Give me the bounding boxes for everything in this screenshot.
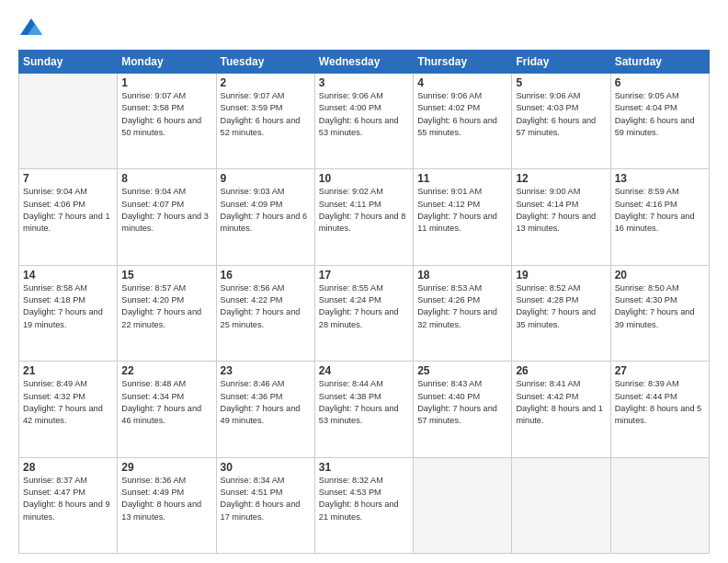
day-info: Sunrise: 9:06 AMSunset: 4:02 PMDaylight:… — [417, 90, 507, 139]
calendar-cell: 3Sunrise: 9:06 AMSunset: 4:00 PMDaylight… — [314, 74, 413, 169]
calendar-cell: 15Sunrise: 8:57 AMSunset: 4:20 PMDayligh… — [118, 265, 216, 361]
day-info: Sunrise: 8:44 AMSunset: 4:38 PMDaylight:… — [319, 378, 409, 427]
calendar-cell: 24Sunrise: 8:44 AMSunset: 4:38 PMDayligh… — [314, 362, 413, 457]
calendar-cell: 29Sunrise: 8:36 AMSunset: 4:49 PMDayligh… — [118, 457, 216, 553]
logo-icon — [18, 15, 44, 40]
day-number: 16 — [221, 269, 311, 282]
calendar-cell: 22Sunrise: 8:48 AMSunset: 4:34 PMDayligh… — [118, 362, 216, 457]
day-number: 15 — [121, 269, 211, 282]
weekday-header-saturday: Saturday — [610, 51, 709, 74]
calendar-cell: 26Sunrise: 8:41 AMSunset: 4:42 PMDayligh… — [512, 362, 610, 457]
calendar-cell: 2Sunrise: 9:07 AMSunset: 3:59 PMDaylight… — [216, 74, 314, 169]
day-info: Sunrise: 9:05 AMSunset: 4:04 PMDaylight:… — [615, 90, 705, 139]
day-info: Sunrise: 8:37 AMSunset: 4:47 PMDaylight:… — [23, 475, 113, 523]
page: SundayMondayTuesdayWednesdayThursdayFrid… — [0, 0, 728, 563]
calendar-cell: 12Sunrise: 9:00 AMSunset: 4:14 PMDayligh… — [512, 169, 610, 265]
day-number: 23 — [221, 364, 311, 377]
calendar-week-2: 14Sunrise: 8:58 AMSunset: 4:18 PMDayligh… — [19, 265, 710, 361]
day-number: 13 — [615, 172, 705, 185]
calendar-table: SundayMondayTuesdayWednesdayThursdayFrid… — [18, 50, 710, 554]
calendar-cell: 4Sunrise: 9:06 AMSunset: 4:02 PMDaylight… — [414, 74, 512, 169]
calendar-cell: 21Sunrise: 8:49 AMSunset: 4:32 PMDayligh… — [19, 362, 118, 457]
weekday-header-monday: Monday — [118, 51, 216, 74]
calendar-cell: 25Sunrise: 8:43 AMSunset: 4:40 PMDayligh… — [414, 362, 512, 457]
day-info: Sunrise: 9:04 AMSunset: 4:07 PMDaylight:… — [121, 186, 211, 235]
day-info: Sunrise: 9:06 AMSunset: 4:03 PMDaylight:… — [516, 90, 606, 139]
day-number: 31 — [319, 461, 409, 474]
weekday-header-friday: Friday — [512, 51, 610, 74]
day-number: 7 — [23, 172, 113, 185]
day-number: 22 — [121, 364, 211, 377]
calendar-cell: 11Sunrise: 9:01 AMSunset: 4:12 PMDayligh… — [414, 169, 512, 265]
day-info: Sunrise: 9:02 AMSunset: 4:11 PMDaylight:… — [319, 186, 409, 235]
day-info: Sunrise: 8:34 AMSunset: 4:51 PMDaylight:… — [221, 475, 311, 523]
calendar-cell: 23Sunrise: 8:46 AMSunset: 4:36 PMDayligh… — [216, 362, 314, 457]
day-number: 25 — [417, 364, 507, 377]
calendar-cell: 19Sunrise: 8:52 AMSunset: 4:28 PMDayligh… — [512, 265, 610, 361]
day-number: 1 — [121, 76, 211, 89]
calendar-week-0: 1Sunrise: 9:07 AMSunset: 3:58 PMDaylight… — [19, 74, 710, 169]
day-number: 19 — [516, 269, 606, 282]
day-info: Sunrise: 9:07 AMSunset: 3:58 PMDaylight:… — [121, 90, 211, 139]
day-info: Sunrise: 8:48 AMSunset: 4:34 PMDaylight:… — [121, 378, 211, 427]
day-info: Sunrise: 8:32 AMSunset: 4:53 PMDaylight:… — [319, 475, 409, 523]
calendar-cell: 30Sunrise: 8:34 AMSunset: 4:51 PMDayligh… — [216, 457, 314, 553]
day-number: 11 — [417, 172, 507, 185]
day-number: 17 — [319, 269, 409, 282]
day-number: 14 — [23, 269, 113, 282]
calendar-cell: 6Sunrise: 9:05 AMSunset: 4:04 PMDaylight… — [610, 74, 709, 169]
calendar-cell — [512, 457, 610, 553]
day-info: Sunrise: 8:43 AMSunset: 4:40 PMDaylight:… — [417, 378, 507, 427]
weekday-header-row: SundayMondayTuesdayWednesdayThursdayFrid… — [19, 51, 710, 74]
calendar-cell: 7Sunrise: 9:04 AMSunset: 4:06 PMDaylight… — [19, 169, 118, 265]
day-info: Sunrise: 8:49 AMSunset: 4:32 PMDaylight:… — [23, 378, 113, 427]
day-info: Sunrise: 9:06 AMSunset: 4:00 PMDaylight:… — [319, 90, 409, 139]
calendar-cell: 9Sunrise: 9:03 AMSunset: 4:09 PMDaylight… — [216, 169, 314, 265]
day-info: Sunrise: 8:55 AMSunset: 4:24 PMDaylight:… — [319, 282, 409, 331]
calendar-week-1: 7Sunrise: 9:04 AMSunset: 4:06 PMDaylight… — [19, 169, 710, 265]
day-info: Sunrise: 8:46 AMSunset: 4:36 PMDaylight:… — [221, 378, 311, 427]
day-number: 20 — [615, 269, 705, 282]
day-number: 5 — [516, 76, 606, 89]
calendar-cell: 1Sunrise: 9:07 AMSunset: 3:58 PMDaylight… — [118, 74, 216, 169]
day-info: Sunrise: 8:56 AMSunset: 4:22 PMDaylight:… — [221, 282, 311, 331]
day-number: 24 — [319, 364, 409, 377]
weekday-header-sunday: Sunday — [19, 51, 118, 74]
day-number: 28 — [23, 461, 113, 474]
calendar-cell — [19, 74, 118, 169]
day-number: 3 — [319, 76, 409, 89]
day-number: 30 — [221, 461, 311, 474]
day-info: Sunrise: 9:04 AMSunset: 4:06 PMDaylight:… — [23, 186, 113, 235]
calendar-cell: 18Sunrise: 8:53 AMSunset: 4:26 PMDayligh… — [414, 265, 512, 361]
calendar-cell: 31Sunrise: 8:32 AMSunset: 4:53 PMDayligh… — [314, 457, 413, 553]
day-number: 4 — [417, 76, 507, 89]
day-number: 29 — [121, 461, 211, 474]
day-info: Sunrise: 8:39 AMSunset: 4:44 PMDaylight:… — [615, 378, 705, 427]
day-info: Sunrise: 8:41 AMSunset: 4:42 PMDaylight:… — [516, 378, 606, 427]
day-number: 12 — [516, 172, 606, 185]
day-info: Sunrise: 8:58 AMSunset: 4:18 PMDaylight:… — [23, 282, 113, 331]
calendar-cell — [414, 457, 512, 553]
day-info: Sunrise: 8:52 AMSunset: 4:28 PMDaylight:… — [516, 282, 606, 331]
calendar-cell: 8Sunrise: 9:04 AMSunset: 4:07 PMDaylight… — [118, 169, 216, 265]
calendar-week-4: 28Sunrise: 8:37 AMSunset: 4:47 PMDayligh… — [19, 457, 710, 553]
day-info: Sunrise: 9:01 AMSunset: 4:12 PMDaylight:… — [417, 186, 507, 235]
calendar-cell — [610, 457, 709, 553]
day-number: 9 — [221, 172, 311, 185]
day-info: Sunrise: 9:03 AMSunset: 4:09 PMDaylight:… — [221, 186, 311, 235]
weekday-header-wednesday: Wednesday — [314, 51, 413, 74]
day-info: Sunrise: 9:00 AMSunset: 4:14 PMDaylight:… — [516, 186, 606, 235]
day-number: 2 — [221, 76, 311, 89]
day-info: Sunrise: 8:36 AMSunset: 4:49 PMDaylight:… — [121, 475, 211, 523]
calendar-cell: 17Sunrise: 8:55 AMSunset: 4:24 PMDayligh… — [314, 265, 413, 361]
day-info: Sunrise: 8:57 AMSunset: 4:20 PMDaylight:… — [121, 282, 211, 331]
day-info: Sunrise: 9:07 AMSunset: 3:59 PMDaylight:… — [221, 90, 311, 139]
day-number: 6 — [615, 76, 705, 89]
day-number: 10 — [319, 172, 409, 185]
calendar-cell: 13Sunrise: 8:59 AMSunset: 4:16 PMDayligh… — [610, 169, 709, 265]
day-number: 21 — [23, 364, 113, 377]
day-number: 26 — [516, 364, 606, 377]
header — [18, 15, 710, 40]
day-number: 27 — [615, 364, 705, 377]
calendar-cell: 5Sunrise: 9:06 AMSunset: 4:03 PMDaylight… — [512, 74, 610, 169]
